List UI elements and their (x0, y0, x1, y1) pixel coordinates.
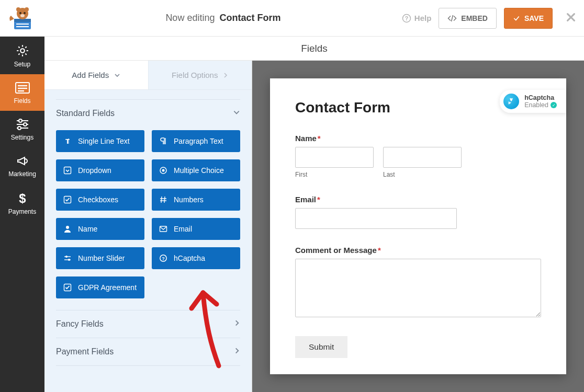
hcaptcha-icon (503, 94, 519, 109)
close-button[interactable] (563, 11, 579, 25)
gear-icon (16, 44, 29, 57)
required-asterisk: * (317, 195, 320, 204)
tab-label: Add Fields (72, 71, 109, 79)
nav-marketing[interactable]: Marketing (0, 147, 44, 184)
bullhorn-icon (16, 155, 29, 167)
chevron-down-icon (233, 109, 240, 118)
email-input[interactable] (295, 208, 457, 229)
svg-text:T: T (65, 137, 70, 145)
field-numbers[interactable]: Numbers (152, 189, 240, 211)
sublabel-last: Last (383, 171, 462, 178)
chevron-down-icon (114, 72, 120, 78)
sublabel-first: First (295, 171, 374, 178)
group-standard-fields[interactable]: Standard Fields (56, 100, 240, 127)
field-multiple-choice[interactable]: Multiple Choice (152, 159, 240, 181)
svg-point-6 (25, 7, 29, 11)
field-dropdown[interactable]: Dropdown (56, 159, 144, 181)
nav-settings[interactable]: Settings (0, 111, 44, 147)
tab-add-fields[interactable]: Add Fields (44, 61, 148, 90)
field-label: GDPR Agreement (78, 283, 137, 292)
chevron-right-icon (234, 319, 240, 329)
sliders-icon (16, 118, 29, 131)
nav-label: Payments (8, 208, 36, 215)
svg-rect-26 (64, 167, 71, 174)
close-icon (565, 11, 577, 23)
svg-point-33 (65, 256, 68, 258)
field-label: Number Slider (78, 254, 125, 262)
question-circle-icon: ? (402, 14, 411, 23)
svg-text:$: $ (19, 191, 26, 205)
svg-point-20 (24, 123, 27, 126)
submit-button[interactable]: Submit (295, 336, 347, 358)
label-email: Email* (295, 195, 541, 204)
editing-header: Now editing Contact Form (44, 13, 402, 24)
chevron-right-icon (234, 347, 240, 356)
field-label: Checkboxes (78, 195, 118, 204)
svg-point-12 (20, 49, 25, 53)
nav-label: Marketing (8, 170, 36, 178)
save-button[interactable]: SAVE (504, 8, 553, 29)
required-asterisk: * (378, 246, 381, 255)
nav-label: Settings (11, 134, 33, 141)
check-square-icon (63, 283, 72, 292)
app-logo (0, 5, 44, 31)
group-title: Fancy Fields (56, 319, 104, 329)
field-checkboxes[interactable]: Checkboxes (56, 189, 144, 211)
group-fancy-fields[interactable]: Fancy Fields (56, 310, 240, 338)
chevron-right-icon (223, 72, 228, 78)
svg-point-35 (68, 259, 70, 261)
nav-setup[interactable]: Setup (0, 37, 44, 74)
group-payment-fields[interactable]: Payment Fields (56, 338, 240, 365)
badge-status: Enabled (524, 101, 548, 109)
field-hcaptcha[interactable]: ? hCaptcha (152, 247, 240, 269)
first-name-input[interactable] (295, 147, 374, 168)
field-label: Dropdown (78, 166, 111, 175)
badge-title: hCaptcha (524, 94, 557, 101)
last-name-input[interactable] (383, 147, 462, 168)
field-single-line-text[interactable]: T Single Line Text (56, 130, 144, 152)
nav-fields[interactable]: Fields (0, 74, 44, 111)
sliders-icon (63, 254, 72, 262)
svg-point-9 (20, 14, 25, 17)
form-icon (15, 82, 30, 94)
label-name: Name* (295, 134, 541, 143)
svg-text:?: ? (162, 256, 165, 261)
required-asterisk: * (318, 134, 321, 143)
field-number-slider[interactable]: Number Slider (56, 247, 144, 269)
tab-field-options[interactable]: Field Options (149, 61, 252, 90)
svg-point-28 (162, 169, 165, 172)
paragraph-icon (159, 137, 167, 145)
svg-point-7 (19, 12, 21, 14)
envelope-icon (159, 225, 167, 233)
label-comment: Comment or Message* (295, 246, 541, 255)
tab-label: Field Options (172, 71, 218, 79)
dollar-icon: $ (17, 191, 28, 205)
embed-button[interactable]: EMBED (439, 8, 497, 29)
message-textarea[interactable] (295, 259, 541, 317)
form-preview[interactable]: hCaptcha Enabled✓ Contact Form Name* Fir… (270, 78, 566, 374)
svg-point-5 (16, 7, 20, 11)
radio-icon (159, 166, 167, 175)
shield-icon: ? (159, 254, 167, 262)
caret-square-icon (63, 166, 72, 175)
svg-point-22 (18, 126, 21, 130)
field-label: Multiple Choice (174, 166, 224, 175)
text-icon: T (63, 137, 72, 145)
field-email[interactable]: Email (152, 218, 240, 240)
nav-label: Fields (14, 97, 30, 105)
svg-text:?: ? (405, 15, 408, 21)
svg-point-30 (66, 226, 69, 229)
svg-point-8 (24, 12, 26, 14)
help-button[interactable]: ? Help (402, 14, 432, 23)
check-circle-icon: ✓ (551, 102, 557, 108)
check-square-icon (63, 195, 72, 204)
field-gdpr-agreement[interactable]: GDPR Agreement (56, 276, 144, 298)
group-title: Standard Fields (56, 109, 115, 118)
field-name[interactable]: Name (56, 218, 144, 240)
field-label: Single Line Text (78, 137, 130, 145)
nav-payments[interactable]: $ Payments (0, 184, 44, 222)
field-paragraph-text[interactable]: Paragraph Text (152, 130, 240, 152)
check-icon (513, 15, 520, 22)
hcaptcha-badge: hCaptcha Enabled✓ (500, 90, 566, 113)
group-title: Payment Fields (56, 347, 114, 356)
